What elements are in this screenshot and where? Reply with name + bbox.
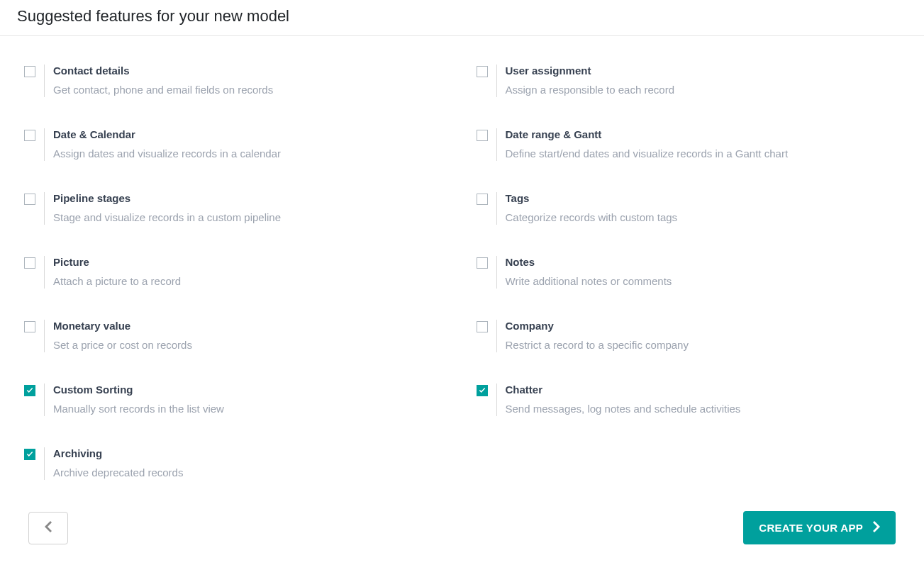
feature-item-contact-details: Contact detailsGet contact, phone and em… bbox=[17, 49, 455, 113]
feature-title: Pipeline stages bbox=[53, 192, 281, 204]
feature-description: Categorize records with custom tags bbox=[506, 210, 678, 225]
feature-text: ChatterSend messages, log notes and sche… bbox=[496, 384, 741, 416]
feature-description: Manually sort records in the list view bbox=[53, 401, 224, 416]
feature-text: TagsCategorize records with custom tags bbox=[496, 192, 678, 225]
checkbox-user-assignment[interactable] bbox=[477, 66, 488, 77]
feature-title: Date & Calendar bbox=[53, 128, 281, 140]
feature-text: User assignmentAssign a responsible to e… bbox=[496, 65, 674, 97]
feature-item-tags: TagsCategorize records with custom tags bbox=[469, 177, 908, 240]
create-app-button[interactable]: CREATE YOUR APP bbox=[743, 511, 896, 544]
feature-title: User assignment bbox=[506, 65, 674, 77]
page-title: Suggested features for your new model bbox=[0, 0, 924, 36]
create-app-label: CREATE YOUR APP bbox=[759, 522, 863, 534]
checkbox-contact-details[interactable] bbox=[24, 66, 35, 77]
feature-item-date-range-gantt: Date range & GanttDefine start/end dates… bbox=[469, 113, 908, 177]
feature-text: ArchivingArchive deprecated records bbox=[44, 447, 183, 480]
checkbox-date-calendar[interactable] bbox=[24, 130, 35, 141]
feature-text: NotesWrite additional notes or comments bbox=[496, 256, 672, 289]
checkbox-picture[interactable] bbox=[24, 257, 35, 269]
feature-text: PictureAttach a picture to a record bbox=[44, 256, 181, 289]
feature-title: Contact details bbox=[53, 65, 273, 77]
feature-text: Pipeline stagesStage and visualize recor… bbox=[44, 192, 281, 225]
feature-description: Restrict a record to a specific company bbox=[506, 337, 689, 352]
feature-description: Archive deprecated records bbox=[53, 465, 183, 480]
chevron-left-icon bbox=[45, 521, 52, 535]
feature-text: Monetary valueSet a price or cost on rec… bbox=[44, 320, 192, 352]
checkbox-archiving[interactable] bbox=[24, 449, 35, 460]
feature-description: Set a price or cost on records bbox=[53, 337, 192, 352]
feature-text: Date & CalendarAssign dates and visualiz… bbox=[44, 128, 281, 161]
feature-description: Stage and visualize records in a custom … bbox=[53, 210, 281, 225]
feature-description: Assign dates and visualize records in a … bbox=[53, 146, 281, 161]
feature-item-date-calendar: Date & CalendarAssign dates and visualiz… bbox=[17, 113, 455, 177]
footer-bar: CREATE YOUR APP bbox=[0, 503, 924, 553]
checkbox-company[interactable] bbox=[477, 321, 488, 332]
feature-title: Chatter bbox=[506, 384, 741, 396]
checkbox-monetary-value[interactable] bbox=[24, 321, 35, 332]
feature-item-chatter: ChatterSend messages, log notes and sche… bbox=[469, 368, 908, 432]
feature-title: Date range & Gantt bbox=[506, 128, 789, 140]
chevron-right-icon bbox=[873, 521, 880, 535]
feature-description: Get contact, phone and email fields on r… bbox=[53, 82, 273, 97]
feature-description: Attach a picture to a record bbox=[53, 274, 181, 289]
feature-description: Assign a responsible to each record bbox=[506, 82, 674, 97]
feature-text: CompanyRestrict a record to a specific c… bbox=[496, 320, 689, 352]
checkbox-custom-sorting[interactable] bbox=[24, 385, 35, 396]
feature-title: Archiving bbox=[53, 447, 183, 459]
feature-description: Write additional notes or comments bbox=[506, 274, 672, 289]
feature-title: Monetary value bbox=[53, 320, 192, 332]
feature-title: Picture bbox=[53, 256, 181, 268]
feature-item-archiving: ArchivingArchive deprecated records bbox=[17, 432, 455, 496]
feature-item-pipeline-stages: Pipeline stagesStage and visualize recor… bbox=[17, 177, 455, 240]
feature-item-user-assignment: User assignmentAssign a responsible to e… bbox=[469, 49, 908, 113]
feature-title: Custom Sorting bbox=[53, 384, 224, 396]
feature-item-custom-sorting: Custom SortingManually sort records in t… bbox=[17, 368, 455, 432]
feature-text: Date range & GanttDefine start/end dates… bbox=[496, 128, 789, 161]
back-button[interactable] bbox=[28, 512, 68, 544]
feature-item-picture: PictureAttach a picture to a record bbox=[17, 240, 455, 304]
checkbox-chatter[interactable] bbox=[477, 385, 488, 396]
features-grid: Contact detailsGet contact, phone and em… bbox=[0, 36, 924, 503]
feature-description: Send messages, log notes and schedule ac… bbox=[506, 401, 741, 416]
checkbox-date-range-gantt[interactable] bbox=[477, 130, 488, 141]
feature-title: Tags bbox=[506, 192, 678, 204]
feature-item-company: CompanyRestrict a record to a specific c… bbox=[469, 304, 908, 368]
feature-text: Contact detailsGet contact, phone and em… bbox=[44, 65, 273, 97]
checkbox-pipeline-stages[interactable] bbox=[24, 194, 35, 205]
checkbox-tags[interactable] bbox=[477, 194, 488, 205]
feature-text: Custom SortingManually sort records in t… bbox=[44, 384, 224, 416]
feature-item-notes: NotesWrite additional notes or comments bbox=[469, 240, 908, 304]
feature-description: Define start/end dates and visualize rec… bbox=[506, 146, 789, 161]
feature-title: Notes bbox=[506, 256, 672, 268]
feature-item-monetary-value: Monetary valueSet a price or cost on rec… bbox=[17, 304, 455, 368]
checkbox-notes[interactable] bbox=[477, 257, 488, 269]
feature-title: Company bbox=[506, 320, 689, 332]
